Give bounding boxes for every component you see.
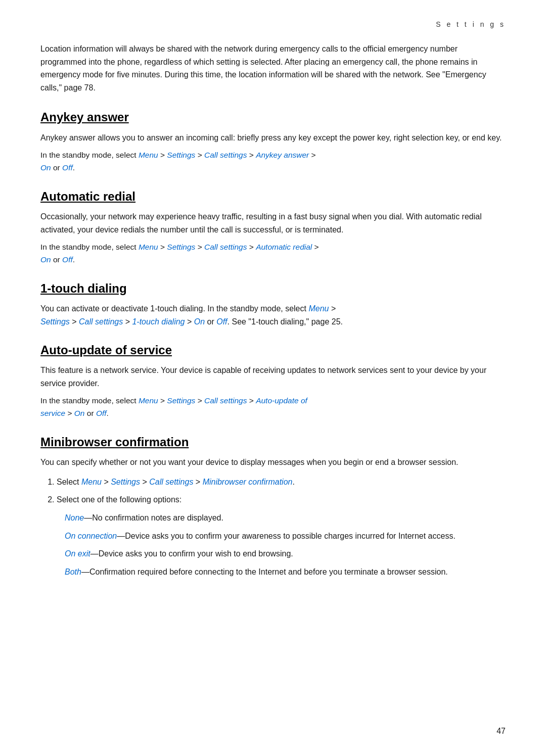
section-anykey-answer: Anykey answer Anykey answer allows you t… bbox=[40, 109, 506, 174]
nav-link-none[interactable]: None bbox=[65, 513, 84, 522]
nav-link-anykey-answer[interactable]: Anykey answer bbox=[256, 151, 309, 159]
nav-link-callsettings-3[interactable]: Call settings bbox=[79, 317, 123, 326]
option-on-exit: On exit—Device asks you to confirm your … bbox=[65, 547, 506, 560]
page-number: 47 bbox=[496, 727, 506, 736]
section-title-one-touch-dialing: 1-touch dialing bbox=[40, 280, 506, 296]
nav-link-menu-1[interactable]: Menu bbox=[139, 151, 158, 159]
auto-update-service-nav: In the standby mode, select Menu > Setti… bbox=[40, 395, 506, 420]
nav-link-automatic-redial[interactable]: Automatic redial bbox=[256, 243, 312, 251]
nav-link-both[interactable]: Both bbox=[65, 568, 81, 576]
option-on-connection-desc: —Device asks you to confirm your awarene… bbox=[117, 532, 456, 540]
anykey-answer-body: Anykey answer allows you to answer an in… bbox=[40, 131, 506, 145]
nav-link-on-exit[interactable]: On exit bbox=[65, 549, 90, 558]
step-2: Select one of the following options: Non… bbox=[57, 493, 506, 579]
nav-link-one-touch-dialing[interactable]: 1-touch dialing bbox=[132, 317, 185, 326]
nav-link-callsettings-4[interactable]: Call settings bbox=[204, 396, 247, 405]
option-none: None—No confirmation notes are displayed… bbox=[65, 511, 506, 525]
section-one-touch-dialing: 1-touch dialing You can activate or deac… bbox=[40, 280, 506, 328]
nav-link-on-3[interactable]: On bbox=[194, 317, 205, 326]
section-auto-update-service: Auto-update of service This feature is a… bbox=[40, 342, 506, 420]
page-content: S e t t i n g s Location information wil… bbox=[0, 0, 546, 623]
option-both: Both—Confirmation required before connec… bbox=[65, 565, 506, 579]
nav-link-on-2[interactable]: On bbox=[40, 255, 51, 264]
nav-link-minibrowser-confirmation[interactable]: Minibrowser confirmation bbox=[203, 478, 293, 486]
nav-link-callsettings-1[interactable]: Call settings bbox=[204, 151, 247, 159]
section-title-minibrowser-confirmation: Minibrowser confirmation bbox=[40, 434, 506, 450]
nav-link-on-4[interactable]: On bbox=[74, 409, 85, 417]
automatic-redial-body: Occasionally, your network may experienc… bbox=[40, 210, 506, 236]
section-title-automatic-redial: Automatic redial bbox=[40, 188, 506, 204]
intro-paragraph: Location information will always be shar… bbox=[40, 42, 506, 94]
step-1: Select Menu > Settings > Call settings >… bbox=[57, 475, 506, 489]
nav-link-off-1[interactable]: Off bbox=[62, 163, 73, 172]
option-none-desc: —No confirmation notes are displayed. bbox=[84, 513, 223, 522]
nav-link-menu-4[interactable]: Menu bbox=[139, 396, 158, 405]
anykey-answer-nav: In the standby mode, select Menu > Setti… bbox=[40, 149, 506, 174]
nav-link-off-2[interactable]: Off bbox=[62, 255, 73, 264]
section-title-auto-update-service: Auto-update of service bbox=[40, 342, 506, 358]
section-title-anykey-answer: Anykey answer bbox=[40, 109, 506, 125]
nav-link-menu-3[interactable]: Menu bbox=[308, 304, 329, 313]
nav-link-menu-2[interactable]: Menu bbox=[139, 243, 158, 251]
minibrowser-steps-list: Select Menu > Settings > Call settings >… bbox=[57, 475, 506, 579]
minibrowser-options-list: None—No confirmation notes are displayed… bbox=[65, 511, 506, 578]
nav-link-menu-5[interactable]: Menu bbox=[81, 478, 102, 486]
nav-link-settings-2[interactable]: Settings bbox=[167, 243, 195, 251]
nav-link-callsettings-2[interactable]: Call settings bbox=[204, 243, 247, 251]
nav-link-settings-4[interactable]: Settings bbox=[167, 396, 195, 405]
nav-link-on-connection[interactable]: On connection bbox=[65, 532, 117, 540]
page-header: S e t t i n g s bbox=[40, 20, 506, 28]
nav-link-on-1[interactable]: On bbox=[40, 163, 51, 172]
option-both-desc: —Confirmation required before connecting… bbox=[81, 568, 448, 576]
nav-link-settings-1[interactable]: Settings bbox=[167, 151, 195, 159]
nav-link-off-4[interactable]: Off bbox=[96, 409, 107, 417]
section-automatic-redial: Automatic redial Occasionally, your netw… bbox=[40, 188, 506, 266]
option-on-connection: On connection—Device asks you to confirm… bbox=[65, 530, 506, 543]
nav-link-settings-5[interactable]: Settings bbox=[111, 478, 140, 486]
nav-link-callsettings-5[interactable]: Call settings bbox=[149, 478, 193, 486]
nav-link-settings-3[interactable]: Settings bbox=[40, 317, 70, 326]
minibrowser-confirmation-body: You can specify whether or not you want … bbox=[40, 456, 506, 469]
section-minibrowser-confirmation: Minibrowser confirmation You can specify… bbox=[40, 434, 506, 579]
option-on-exit-desc: —Device asks you to confirm your wish to… bbox=[90, 549, 293, 558]
automatic-redial-nav: In the standby mode, select Menu > Setti… bbox=[40, 241, 506, 266]
auto-update-service-body: This feature is a network service. Your … bbox=[40, 364, 506, 390]
header-label: S e t t i n g s bbox=[436, 20, 506, 28]
nav-link-off-3[interactable]: Off bbox=[216, 317, 227, 326]
one-touch-dialing-body: You can activate or deactivate 1-touch d… bbox=[40, 302, 506, 328]
